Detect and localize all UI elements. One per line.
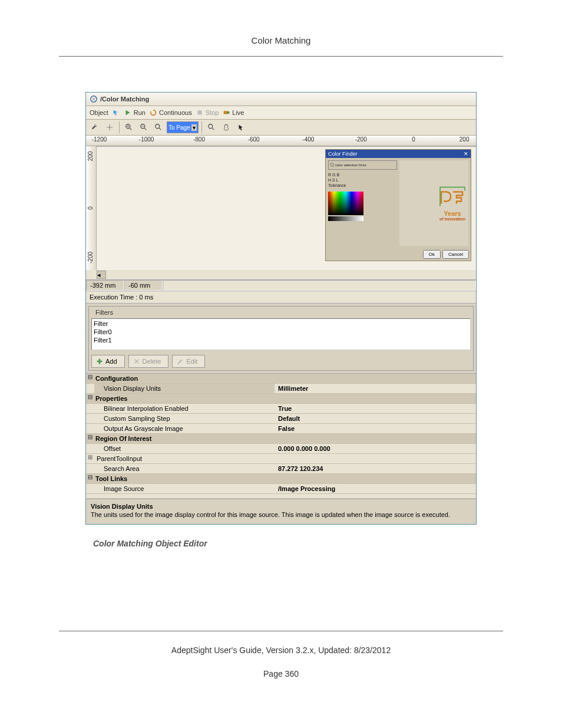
prop-value[interactable]: False	[275, 424, 476, 433]
dialog-titlebar: Color Finder ✕	[326, 150, 471, 158]
prop-search-area[interactable]: Search Area 87.272 120.234	[86, 464, 476, 474]
section-properties[interactable]: ⊟ Properties	[86, 394, 476, 404]
horizontal-scrollbar[interactable]: ◂	[86, 270, 476, 279]
prop-value[interactable]: Default	[275, 414, 476, 423]
continuous-label: Continuous	[159, 109, 192, 116]
magnify-button[interactable]	[205, 121, 218, 133]
wrench-button[interactable]	[88, 121, 101, 133]
run-label: Run	[134, 109, 146, 116]
toolbar-view: To Page ▾	[86, 120, 476, 136]
page-footer: AdeptSight User's Guide, Version 3.2.x, …	[59, 631, 503, 678]
crosshair-button[interactable]	[103, 121, 116, 133]
continuous-button[interactable]: Continuous	[149, 108, 192, 117]
section-label: Tool Links	[94, 474, 275, 483]
zoom-reset-button[interactable]	[152, 121, 165, 133]
ruler-tick: -400	[302, 136, 314, 143]
color-picker[interactable]	[328, 192, 363, 215]
editor-window: /Color Matching Object Run Continuous St…	[85, 92, 477, 525]
collapse-icon[interactable]: ⊟	[86, 374, 94, 383]
prop-parent-tool-input[interactable]: ⊞ ParentToolInput	[86, 454, 476, 464]
titlebar: /Color Matching	[86, 93, 476, 106]
collapse-icon[interactable]: ⊟	[86, 394, 94, 403]
prop-value[interactable]: 0.000 0.000 0.000	[275, 444, 476, 453]
run-button[interactable]: Run	[124, 108, 146, 117]
execution-time: Execution Time : 0 ms	[86, 291, 476, 304]
filter-list[interactable]: Filter Filter0 Filter1	[91, 318, 471, 350]
prop-value[interactable]: 87.272 120.234	[275, 464, 476, 473]
page-header: Color Matching	[59, 35, 503, 57]
prop-value[interactable]: /Image Processing	[275, 484, 476, 493]
pan-button[interactable]	[220, 121, 233, 133]
filters-legend: Filters	[94, 309, 115, 316]
svg-point-6	[156, 124, 160, 129]
prop-bilinear[interactable]: Bilinear Interpolation Enabled True	[86, 404, 476, 414]
years-sub: of innovation	[439, 216, 466, 220]
prop-value[interactable]	[275, 454, 476, 463]
section-roi[interactable]: ⊟ Region Of Interest	[86, 434, 476, 444]
separator	[201, 121, 202, 133]
list-item[interactable]: Filter	[94, 319, 468, 328]
add-filter-button[interactable]: Add	[91, 355, 125, 368]
ruler-tick: -600	[248, 136, 260, 143]
zoom-in-button[interactable]	[123, 121, 135, 133]
zoom-mode-select[interactable]: To Page ▾	[167, 121, 199, 133]
edit-filter-button[interactable]: Edit	[172, 355, 205, 368]
stop-label: Stop	[206, 109, 219, 116]
ruler-vertical: 200 0 -200	[86, 146, 97, 270]
coord-y: -60 mm	[124, 280, 163, 291]
collapse-icon[interactable]: ⊟	[86, 434, 94, 443]
delete-label: Delete	[143, 358, 161, 365]
edit-icon	[176, 357, 184, 365]
prop-vision-display-units[interactable]: Vision Display Units Millimeter	[86, 384, 476, 394]
footer-text: AdeptSight User's Guide, Version 3.2.x, …	[59, 645, 503, 655]
filters-panel: Filters Filter Filter0 Filter1 Add Delet…	[88, 306, 474, 371]
dialog-ok-button[interactable]: Ok	[423, 250, 441, 259]
edit-label: Edit	[186, 358, 197, 365]
ruler-tick: 200	[459, 136, 470, 143]
page-number: Page 360	[59, 669, 503, 678]
zoom-out-icon	[140, 123, 148, 131]
section-tool-links[interactable]: ⊟ Tool Links	[86, 474, 476, 484]
color-finder-dialog: Color Finder ✕ ⓘ color selection hints R…	[325, 149, 471, 261]
prop-label: Image Source	[94, 484, 275, 493]
play-icon	[124, 108, 132, 117]
toolbar-actions: Object Run Continuous Stop Live	[86, 106, 476, 120]
expand-icon[interactable]: ⊞	[86, 454, 94, 463]
prop-label: Offset	[94, 444, 275, 453]
zoom-in-icon	[125, 123, 133, 131]
pointer-tool[interactable]	[112, 108, 120, 117]
stop-button[interactable]: Stop	[196, 108, 219, 117]
list-item[interactable]: Filter0	[94, 328, 468, 336]
ruler-tick: -200	[355, 136, 367, 143]
prop-label: Search Area	[94, 464, 275, 473]
prop-value[interactable]: True	[275, 404, 476, 413]
ruler-tick: 200	[87, 151, 94, 161]
zoom-out-button[interactable]	[137, 121, 150, 133]
section-configuration[interactable]: ⊟ Configuration	[86, 374, 476, 384]
prop-image-source[interactable]: Image Source /Image Processing	[86, 484, 476, 494]
prop-offset[interactable]: Offset 0.000 0.000 0.000	[86, 444, 476, 454]
property-grid: ⊟ Configuration Vision Display Units Mil…	[86, 373, 476, 499]
collapse-icon[interactable]: ⊟	[86, 474, 94, 483]
description-pane: Vision Display Units The units used for …	[86, 499, 476, 524]
prop-label: Output As Grayscale Image	[94, 424, 275, 433]
dialog-controls: ⓘ color selection hints R G B H S L Tole…	[328, 160, 397, 246]
live-button[interactable]: Live	[222, 108, 244, 117]
ruler-tick: 0	[87, 206, 94, 210]
delete-filter-button[interactable]: Delete	[128, 355, 169, 368]
prop-label: Custom Sampling Step	[94, 414, 275, 423]
select-button[interactable]	[234, 121, 247, 133]
ruler-tick: 0	[412, 136, 415, 143]
object-menu[interactable]: Object	[90, 109, 108, 116]
coordinate-readout: -392 mm -60 mm	[86, 279, 476, 291]
prop-grayscale[interactable]: Output As Grayscale Image False	[86, 424, 476, 434]
prop-value[interactable]: Millimeter	[275, 384, 476, 393]
dialog-cancel-button[interactable]: Cancel	[442, 250, 469, 259]
dropdown-arrow-icon: ▾	[191, 124, 197, 131]
dialog-close-icon[interactable]: ✕	[464, 151, 468, 157]
add-label: Add	[105, 358, 117, 365]
image-canvas[interactable]: Color Finder ✕ ⓘ color selection hints R…	[97, 146, 476, 270]
list-item[interactable]: Filter1	[94, 336, 468, 344]
canvas-area: -1200 -1000 -800 -600 -400 -200 0 200 20…	[86, 136, 476, 279]
prop-custom-step[interactable]: Custom Sampling Step Default	[86, 414, 476, 424]
